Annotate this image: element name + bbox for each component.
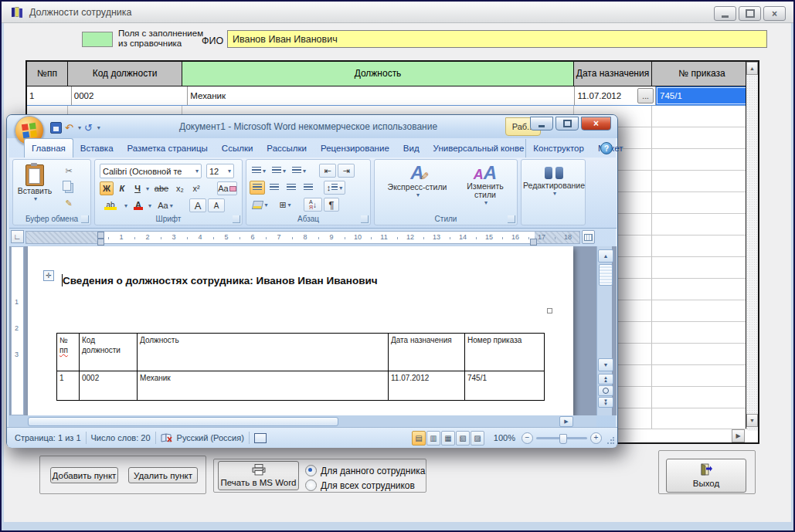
- exit-button[interactable]: Выход: [666, 459, 746, 493]
- previous-page-button[interactable]: ▲▲: [598, 374, 613, 385]
- grid-empty-cell[interactable]: [652, 214, 752, 236]
- left-indent-marker[interactable]: [97, 232, 104, 239]
- resize-grip[interactable]: [606, 437, 614, 445]
- macro-record-icon[interactable]: [254, 433, 267, 443]
- justify-button[interactable]: [301, 181, 316, 195]
- align-center-button[interactable]: [267, 181, 282, 195]
- zoom-out-button[interactable]: −: [522, 432, 533, 444]
- italic-button[interactable]: К: [115, 181, 129, 195]
- highlight-dropdown-icon[interactable]: ▾: [124, 202, 127, 209]
- clipboard-dialog-launcher[interactable]: [81, 215, 89, 223]
- redo-icon[interactable]: ↺: [84, 122, 93, 134]
- subscript-button[interactable]: x₂: [172, 181, 188, 195]
- word-scroll-up-button[interactable]: ▲: [598, 249, 613, 263]
- word-scroll-down-button[interactable]: ▼: [598, 358, 613, 371]
- help-icon[interactable]: ?: [600, 142, 613, 154]
- cell-num[interactable]: 1: [27, 86, 72, 106]
- doc-cell-order[interactable]: 745/1: [465, 371, 545, 401]
- bold-button[interactable]: Ж: [100, 181, 114, 195]
- grid-empty-cell[interactable]: [652, 106, 752, 127]
- grid-empty-cell[interactable]: [652, 171, 752, 192]
- pilcrow-button[interactable]: ¶: [324, 198, 339, 212]
- align-right-button[interactable]: [284, 181, 299, 195]
- selected-order-cell[interactable]: 745/1: [657, 87, 757, 104]
- zoom-level[interactable]: 100%: [494, 433, 515, 442]
- view-fullscreen-reading-button[interactable]: ▥: [426, 431, 440, 446]
- status-page[interactable]: Страница: 1 из 1: [15, 433, 81, 442]
- doc-header-no[interactable]: №пп: [57, 334, 80, 371]
- doc-cell-date[interactable]: 11.07.2012: [389, 371, 465, 401]
- doc-cell-position[interactable]: Механик: [138, 371, 389, 401]
- hanging-indent-marker[interactable]: [97, 239, 104, 246]
- grid-empty-cell[interactable]: [652, 408, 752, 430]
- cell-code[interactable]: 0002: [72, 86, 189, 106]
- doc-header-code[interactable]: Код должности: [80, 334, 138, 371]
- document-page[interactable]: ✛ Сведения о должностях сотрудника: Иван…: [28, 246, 573, 415]
- zoom-slider-thumb[interactable]: [559, 434, 567, 444]
- fio-input[interactable]: Иванов Иван Иванович: [227, 30, 767, 48]
- change-case-button[interactable]: Aa▾: [155, 198, 175, 212]
- doc-cell-no[interactable]: 1: [57, 371, 80, 401]
- add-item-button[interactable]: Добавить пункт: [50, 467, 118, 483]
- word-tab-7[interactable]: Универсальный конве: [426, 139, 527, 158]
- grid-header-date[interactable]: Дата назначения: [574, 62, 652, 86]
- doc-header-position[interactable]: Должность: [138, 334, 389, 371]
- shrink-font-button[interactable]: А: [208, 198, 225, 212]
- tab-selector[interactable]: ∟: [11, 230, 24, 243]
- word-hscroll-thumb[interactable]: [28, 417, 338, 426]
- word-tab-0[interactable]: Главная: [24, 138, 73, 158]
- grid-empty-cell[interactable]: [652, 387, 752, 408]
- line-spacing-button[interactable]: ↕▾: [324, 181, 345, 195]
- grid-header-code[interactable]: Код должности: [68, 62, 182, 86]
- borders-button[interactable]: ⊞▾: [274, 198, 296, 212]
- decrease-indent-button[interactable]: ⇤: [319, 164, 336, 178]
- doc-header-date[interactable]: Дата назначения: [389, 334, 465, 371]
- grid-empty-cell[interactable]: [652, 365, 752, 387]
- grid-empty-cell[interactable]: [652, 300, 752, 322]
- font-size-combo[interactable]: 12 ▾: [206, 164, 234, 178]
- scroll-right-button[interactable]: ▶: [732, 429, 745, 442]
- word-close-button[interactable]: ×: [581, 117, 611, 130]
- cut-button[interactable]: ✂: [61, 164, 76, 178]
- status-word-count[interactable]: Число слов: 20: [91, 433, 151, 442]
- grid-empty-cell[interactable]: [652, 279, 752, 300]
- radio-all-employees[interactable]: Для всех сотрудников: [305, 479, 415, 491]
- grid-header-position[interactable]: Должность: [182, 62, 574, 86]
- scroll-up-button[interactable]: ▲: [746, 62, 758, 75]
- status-language[interactable]: Русский (Россия): [177, 433, 244, 442]
- clear-formatting-button[interactable]: Aa: [217, 181, 237, 195]
- word-tab-2[interactable]: Разметка страницы: [121, 139, 215, 158]
- styles-dialog-launcher[interactable]: [508, 215, 515, 223]
- grid-empty-cell[interactable]: [652, 192, 752, 214]
- view-outline-button[interactable]: ▧: [456, 431, 470, 446]
- font-dialog-launcher[interactable]: [233, 215, 240, 223]
- grid-vertical-scrollbar[interactable]: ▲ ▼: [746, 62, 758, 431]
- zoom-in-button[interactable]: +: [590, 432, 602, 444]
- increase-indent-button[interactable]: ⇥: [338, 164, 355, 178]
- highlight-button[interactable]: ab: [100, 198, 121, 212]
- shading-button[interactable]: ▾: [250, 198, 271, 212]
- grow-font-button[interactable]: А: [189, 198, 206, 212]
- grid-empty-cell[interactable]: [652, 127, 752, 149]
- sort-button[interactable]: АЯ ↓: [304, 198, 322, 212]
- font-color-button[interactable]: А: [131, 198, 146, 212]
- grid-empty-cell[interactable]: [652, 257, 752, 279]
- grid-header-num[interactable]: №пп: [27, 62, 68, 86]
- spellcheck-icon[interactable]: [161, 433, 173, 443]
- delete-item-button[interactable]: Удалить пункт: [128, 467, 198, 483]
- undo-icon[interactable]: ↶: [65, 122, 73, 134]
- view-web-layout-button[interactable]: ▦: [441, 431, 455, 446]
- word-minimize-button[interactable]: [530, 117, 553, 130]
- word-tab-8[interactable]: Конструктор: [526, 139, 591, 158]
- word-scroll-right-button[interactable]: ▶: [559, 416, 573, 427]
- grid-empty-cell[interactable]: [652, 322, 752, 344]
- word-horizontal-scrollbar[interactable]: ▶: [9, 415, 596, 427]
- cell-position[interactable]: Механик: [188, 86, 575, 106]
- grid-header-order[interactable]: № приказа: [652, 62, 752, 86]
- font-name-combo[interactable]: Calibri (Основной те ▾: [100, 164, 202, 178]
- radio-current-employee[interactable]: Для данного сотрудника: [305, 465, 425, 476]
- next-page-button[interactable]: ▼▼: [598, 397, 613, 408]
- strikethrough-button[interactable]: abe: [152, 181, 171, 195]
- paste-button[interactable]: Вставить ▾: [16, 162, 53, 213]
- underline-button[interactable]: Ч: [131, 181, 144, 195]
